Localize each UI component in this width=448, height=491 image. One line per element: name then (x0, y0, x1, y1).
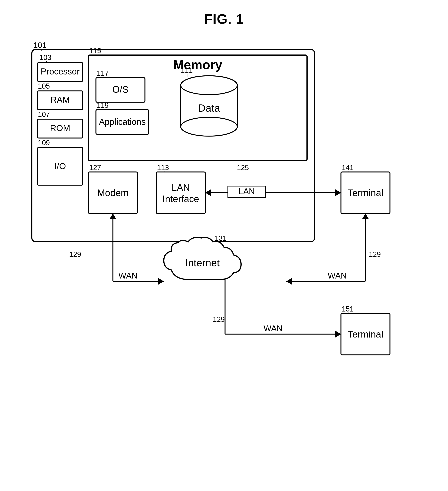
svg-text:Modem: Modem (97, 188, 129, 198)
svg-text:I/O: I/O (54, 161, 66, 171)
svg-text:111: 111 (181, 66, 193, 75)
figure-title: FIG. 1 (0, 0, 448, 34)
svg-text:107: 107 (38, 111, 50, 118)
svg-text:Terminal: Terminal (347, 188, 383, 198)
svg-text:Data: Data (198, 102, 220, 114)
svg-text:Applications: Applications (99, 117, 146, 127)
svg-text:103: 103 (39, 54, 51, 61)
page: FIG. 1 101 103 Processor 105 RAM 107 ROM (0, 0, 448, 487)
svg-text:Memory: Memory (173, 57, 222, 72)
svg-text:LAN: LAN (171, 182, 190, 193)
svg-text:Internet: Internet (185, 257, 220, 268)
svg-marker-80 (362, 213, 369, 219)
svg-text:LAN: LAN (239, 187, 255, 196)
svg-text:101: 101 (33, 41, 47, 50)
svg-text:151: 151 (342, 305, 354, 313)
svg-text:129: 129 (369, 250, 381, 258)
svg-text:O/S: O/S (112, 84, 128, 95)
svg-text:115: 115 (89, 47, 101, 55)
svg-text:WAN: WAN (327, 271, 347, 280)
svg-text:WAN: WAN (118, 271, 137, 280)
diagram-svg: 101 103 Processor 105 RAM 107 ROM 109 I/… (17, 34, 431, 491)
svg-text:RAM: RAM (50, 95, 70, 105)
svg-text:Processor: Processor (40, 66, 80, 76)
svg-marker-56 (335, 189, 341, 196)
svg-text:109: 109 (38, 139, 50, 147)
svg-point-38 (181, 76, 237, 95)
svg-text:129: 129 (213, 315, 225, 323)
svg-text:105: 105 (38, 82, 50, 90)
svg-text:117: 117 (97, 69, 109, 77)
diagram: 101 103 Processor 105 RAM 107 ROM 109 I/… (17, 34, 431, 487)
svg-text:129: 129 (69, 250, 81, 258)
svg-text:141: 141 (342, 164, 354, 172)
svg-text:125: 125 (237, 164, 249, 172)
svg-text:WAN: WAN (263, 324, 282, 333)
svg-text:119: 119 (97, 102, 109, 109)
svg-text:Interface: Interface (162, 194, 199, 204)
svg-point-37 (181, 117, 237, 136)
svg-marker-74 (335, 331, 341, 338)
svg-text:Terminal: Terminal (347, 329, 383, 340)
svg-text:113: 113 (157, 164, 169, 172)
svg-text:ROM: ROM (50, 123, 70, 133)
svg-marker-67 (286, 278, 292, 285)
svg-text:127: 127 (89, 164, 101, 172)
svg-marker-62 (158, 278, 164, 285)
